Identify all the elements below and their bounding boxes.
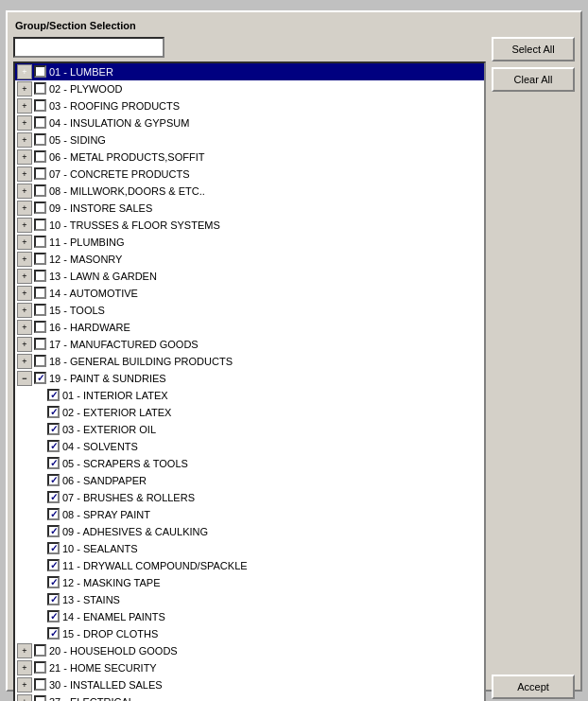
- tree-item[interactable]: +18 - GENERAL BUILDING PRODUCTS: [15, 353, 484, 370]
- checkbox[interactable]: [34, 99, 46, 112]
- expand-icon[interactable]: +: [17, 269, 32, 284]
- checkbox[interactable]: [34, 65, 46, 78]
- expand-icon[interactable]: +: [17, 81, 32, 96]
- checkbox[interactable]: [47, 474, 60, 486]
- expand-icon[interactable]: +: [17, 201, 32, 216]
- tree-item[interactable]: 05 - SCRAPERS & TOOLS: [15, 455, 484, 472]
- tree-item[interactable]: +03 - ROOFING PRODUCTS: [15, 97, 484, 114]
- expand-icon[interactable]: +: [17, 184, 32, 199]
- expand-icon[interactable]: +: [17, 252, 32, 267]
- checkbox[interactable]: [34, 150, 46, 163]
- tree-item[interactable]: 06 - SANDPAPER: [15, 472, 484, 489]
- checkbox[interactable]: [34, 219, 46, 231]
- expand-icon[interactable]: +: [17, 235, 32, 250]
- checkbox[interactable]: [47, 457, 60, 469]
- expand-icon[interactable]: +: [17, 218, 32, 233]
- checkbox[interactable]: [47, 576, 60, 588]
- checkbox[interactable]: [47, 491, 60, 503]
- checkbox[interactable]: [34, 355, 46, 367]
- tree-item[interactable]: +10 - TRUSSES & FLOOR SYSTEMS: [15, 217, 484, 234]
- checkbox[interactable]: [34, 116, 46, 129]
- tree-item[interactable]: 10 - SEALANTS: [15, 540, 484, 557]
- checkbox[interactable]: [34, 202, 46, 214]
- expand-icon[interactable]: +: [17, 677, 32, 692]
- checkbox[interactable]: [34, 678, 46, 691]
- tree-item[interactable]: 15 - DROP CLOTHS: [15, 625, 484, 642]
- tree-item[interactable]: +20 - HOUSEHOLD GOODS: [15, 642, 484, 659]
- tree-item[interactable]: 01 - INTERIOR LATEX: [15, 387, 484, 404]
- checkbox[interactable]: [34, 321, 46, 333]
- tree-item[interactable]: +14 - AUTOMOTIVE: [15, 285, 484, 302]
- tree-item[interactable]: +08 - MILLWORK,DOORS & ETC..: [15, 183, 484, 200]
- tree-item[interactable]: +21 - HOME SECURITY: [15, 659, 484, 676]
- tree-item[interactable]: +05 - SIDING: [15, 131, 484, 149]
- tree-item[interactable]: 03 - EXTERIOR OIL: [15, 421, 484, 438]
- checkbox[interactable]: [47, 525, 60, 537]
- tree-item[interactable]: +11 - PLUMBING: [15, 234, 484, 251]
- clear-all-button[interactable]: Clear All: [492, 67, 575, 92]
- checkbox[interactable]: [47, 627, 60, 640]
- checkbox[interactable]: [47, 423, 60, 435]
- select-all-button[interactable]: Select All: [492, 37, 575, 61]
- expand-icon[interactable]: +: [17, 660, 32, 675]
- tree-item[interactable]: 04 - SOLVENTS: [15, 438, 484, 455]
- tree-item[interactable]: +17 - MANUFACTURED GOODS: [15, 336, 484, 353]
- checkbox[interactable]: [34, 270, 46, 282]
- tree-item[interactable]: +13 - LAWN & GARDEN: [15, 268, 484, 285]
- checkbox[interactable]: [47, 406, 60, 418]
- tree-item[interactable]: +12 - MASONRY: [15, 251, 484, 268]
- checkbox[interactable]: [34, 184, 46, 197]
- expand-icon[interactable]: +: [17, 694, 32, 702]
- tree-item[interactable]: 09 - ADHESIVES & CAULKING: [15, 523, 484, 540]
- expand-icon[interactable]: +: [17, 303, 32, 318]
- collapse-icon[interactable]: −: [17, 371, 32, 386]
- tree-item[interactable]: +01 - LUMBER: [15, 63, 484, 80]
- tree-item[interactable]: +30 - INSTALLED SALES: [15, 676, 484, 693]
- checkbox[interactable]: [34, 236, 46, 248]
- tree-item[interactable]: 14 - ENAMEL PAINTS: [15, 608, 484, 625]
- checkbox[interactable]: [34, 695, 46, 701]
- tree-item[interactable]: 11 - DRYWALL COMPOUND/SPACKLE: [15, 557, 484, 574]
- expand-icon[interactable]: +: [17, 149, 32, 165]
- tree-item[interactable]: −19 - PAINT & SUNDRIES: [15, 370, 484, 387]
- tree-item[interactable]: 07 - BRUSHES & ROLLERS: [15, 489, 484, 506]
- expand-icon[interactable]: +: [17, 337, 32, 352]
- tree-item[interactable]: +09 - INSTORE SALES: [15, 200, 484, 217]
- checkbox[interactable]: [34, 372, 46, 384]
- tree-item[interactable]: 12 - MASKING TAPE: [15, 574, 484, 591]
- checkbox[interactable]: [34, 167, 46, 180]
- checkbox[interactable]: [34, 644, 46, 657]
- checkbox[interactable]: [34, 304, 46, 316]
- tree-item[interactable]: +02 - PLYWOOD: [15, 80, 484, 97]
- tree-item[interactable]: 02 - EXTERIOR LATEX: [15, 404, 484, 421]
- checkbox[interactable]: [34, 82, 46, 95]
- expand-icon[interactable]: +: [17, 286, 32, 301]
- tree-item[interactable]: +16 - HARDWARE: [15, 319, 484, 336]
- checkbox[interactable]: [34, 661, 46, 674]
- checkbox[interactable]: [47, 389, 60, 401]
- tree-item[interactable]: +04 - INSULATION & GYPSUM: [15, 114, 484, 131]
- tree-container[interactable]: +01 - LUMBER+02 - PLYWOOD+03 - ROOFING P…: [13, 61, 486, 702]
- expand-icon[interactable]: +: [17, 132, 32, 148]
- expand-icon[interactable]: +: [17, 320, 32, 335]
- checkbox[interactable]: [47, 593, 60, 605]
- expand-icon[interactable]: +: [17, 64, 32, 79]
- tree-item[interactable]: 13 - STAINS: [15, 591, 484, 608]
- tree-item[interactable]: +07 - CONCRETE PRODUCTS: [15, 166, 484, 183]
- checkbox[interactable]: [47, 610, 60, 622]
- checkbox[interactable]: [47, 508, 60, 520]
- checkbox[interactable]: [34, 253, 46, 265]
- checkbox[interactable]: [47, 542, 60, 554]
- tree-item[interactable]: +06 - METAL PRODUCTS,SOFFIT: [15, 149, 484, 166]
- search-input[interactable]: [13, 37, 164, 58]
- expand-icon[interactable]: +: [17, 354, 32, 369]
- checkbox[interactable]: [34, 133, 46, 146]
- tree-item[interactable]: +15 - TOOLS: [15, 302, 484, 319]
- expand-icon[interactable]: +: [17, 115, 32, 131]
- expand-icon[interactable]: +: [17, 98, 32, 114]
- tree-item[interactable]: 08 - SPRAY PAINT: [15, 506, 484, 523]
- checkbox[interactable]: [47, 559, 60, 571]
- expand-icon[interactable]: +: [17, 643, 32, 658]
- checkbox[interactable]: [47, 440, 60, 452]
- checkbox[interactable]: [34, 338, 46, 350]
